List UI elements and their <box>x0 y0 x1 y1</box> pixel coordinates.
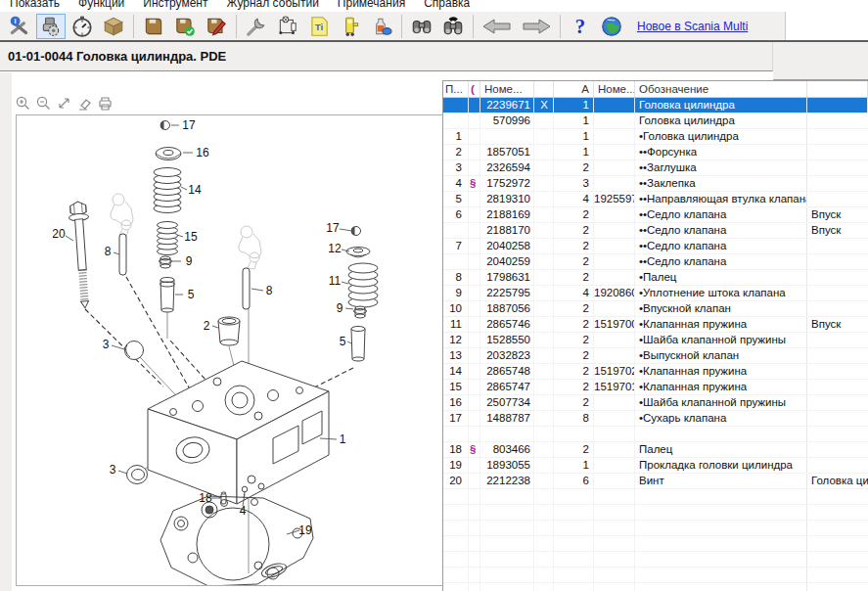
column-header-desig[interactable]: Обозначение <box>635 81 807 97</box>
print-icon[interactable] <box>96 94 114 112</box>
globe-icon[interactable] <box>597 14 626 39</box>
table-empty-row[interactable] <box>443 552 868 568</box>
menu-Журнал событий[interactable]: Журнал событий <box>227 0 319 10</box>
part-callout-9[interactable]: 9 <box>186 255 193 267</box>
part-callout-5[interactable]: 5 <box>340 336 346 347</box>
menu-Инструмент[interactable]: Инструмент <box>143 0 207 10</box>
column-header-pos[interactable]: П... <box>443 81 469 97</box>
whats-new-link[interactable]: Новое в Scania Multi <box>637 20 748 33</box>
part-callout-5[interactable]: 5 <box>188 289 195 300</box>
part-callout-16[interactable]: 16 <box>196 147 208 159</box>
toolbar-empty-area <box>787 12 868 40</box>
table-empty-row[interactable] <box>443 489 868 505</box>
part-callout-3[interactable]: 3 <box>103 339 110 350</box>
table-row[interactable]: 14286574821519702•Клапанная пружина <box>443 364 868 380</box>
column-header-flag[interactable] <box>534 81 554 97</box>
cell-qty <box>554 505 594 520</box>
help-icon[interactable]: ? <box>566 14 595 39</box>
column-header-qty[interactable]: А <box>554 81 594 97</box>
part-callout-9[interactable]: 9 <box>337 302 343 314</box>
table-row[interactable]: 11•Головка цилиндра <box>443 129 868 145</box>
cell-mark <box>469 114 480 128</box>
exploded-view-panel[interactable]: 1716141595208281712119533118419 <box>16 114 444 586</box>
cell-qty: 2 <box>554 442 594 457</box>
table-row[interactable]: 1714887878•Сухарь клапана <box>443 411 868 427</box>
workshop-equipment-icon[interactable] <box>336 14 365 39</box>
column-header-part[interactable]: Номе... <box>480 81 534 97</box>
table-empty-row[interactable] <box>443 505 868 521</box>
table-empty-row[interactable] <box>443 521 868 536</box>
zoom-in-icon[interactable] <box>14 94 31 112</box>
table-row[interactable]: 11286574621519700•Клапанная пружинаВпуск <box>443 317 868 333</box>
parts-info-icon[interactable]: i <box>5 14 34 39</box>
table-row[interactable]: 1018870562•Впускной клапан <box>443 301 868 317</box>
menu-Справка[interactable]: Справка <box>424 0 470 10</box>
search-binoculars-icon[interactable] <box>407 14 436 39</box>
table-row[interactable]: 1320328232•Выпускной клапан <box>443 348 868 364</box>
ti-document-icon[interactable]: Ti <box>304 14 334 39</box>
part-callout-17[interactable]: 17 <box>326 222 339 234</box>
column-header-note[interactable] <box>807 81 868 97</box>
table-row[interactable]: 720402582••Седло клапана <box>443 239 868 254</box>
table-row[interactable]: 1918930551Прокладка головки цилиндра <box>443 458 868 474</box>
catalog-book-edit-icon[interactable] <box>202 14 231 39</box>
part-callout-8[interactable]: 8 <box>105 246 112 257</box>
menu-Показать[interactable]: Показать <box>10 0 60 10</box>
wrench-tools-icon[interactable] <box>242 14 271 39</box>
table-row[interactable]: 2022122386ВинтГоловка цил <box>443 474 868 489</box>
part-callout-19[interactable]: 19 <box>298 524 311 536</box>
cell-mark <box>469 98 480 113</box>
consumables-icon[interactable] <box>367 14 396 39</box>
table-empty-row[interactable] <box>443 568 868 583</box>
column-header-mark[interactable]: ( <box>469 81 480 97</box>
table-row[interactable]: 2239671X1Головка цилиндра <box>443 98 868 114</box>
nav-forward-icon[interactable] <box>518 14 555 39</box>
table-row[interactable]: 15286574721519701•Клапанная пружина <box>443 380 868 395</box>
highlight-eraser-icon[interactable] <box>75 94 93 112</box>
schematic-icon[interactable] <box>273 14 302 39</box>
package-icon[interactable] <box>99 14 128 39</box>
cell-desig: •Впускной клапан <box>635 301 807 316</box>
table-empty-row[interactable] <box>443 583 868 591</box>
table-row[interactable]: 621881692••Седло клапанаВпуск <box>443 207 868 223</box>
table-row[interactable]: 218570511••Форсунка <box>443 145 868 160</box>
fit-view-icon[interactable] <box>55 94 72 112</box>
table-row[interactable]: 817986312•Палец <box>443 270 868 286</box>
part-callout-3[interactable]: 3 <box>110 464 116 476</box>
table-row[interactable]: 323265942••Заглушка <box>443 160 868 176</box>
table-row[interactable]: 4§17529723••Заклепка <box>443 176 868 192</box>
column-header-ref[interactable]: Номе... <box>594 81 635 97</box>
table-row[interactable]: 5281931041925597••Направляющая втулка кл… <box>443 192 868 207</box>
part-callout-17[interactable]: 17 <box>182 119 195 131</box>
part-callout-12[interactable]: 12 <box>328 243 341 254</box>
part-callout-18[interactable]: 18 <box>199 492 211 504</box>
table-row[interactable]: 21881702••Седло клапанаВпуск <box>443 223 868 239</box>
standard-times-icon[interactable] <box>68 14 97 39</box>
catalog-book-checked-icon[interactable] <box>170 14 200 39</box>
catalog-book-icon[interactable] <box>139 14 168 39</box>
cell-note: Впуск <box>807 207 868 222</box>
part-callout-1[interactable]: 1 <box>340 433 346 445</box>
table-row[interactable]: 18§8034662Палец <box>443 442 868 458</box>
part-callout-2[interactable]: 2 <box>204 320 210 332</box>
part-callout-8[interactable]: 8 <box>266 285 273 296</box>
unit-components-icon[interactable] <box>36 14 66 39</box>
menu-Функции[interactable]: Функции <box>78 0 124 10</box>
part-callout-15[interactable]: 15 <box>184 231 197 243</box>
menu-Примечания[interactable]: Примечания <box>338 0 405 10</box>
cell-ref <box>594 411 635 426</box>
table-row[interactable]: 5709961Головка цилиндра <box>443 114 868 129</box>
table-row[interactable]: 20402592••Седло клапана <box>443 254 868 270</box>
table-row[interactable]: 1625077342•Шайба клапанной пружины <box>443 395 868 411</box>
table-row[interactable]: 1215285502•Шайба клапанной пружины <box>443 333 868 348</box>
search-binoculars-find-icon[interactable] <box>438 14 468 39</box>
part-callout-4[interactable]: 4 <box>240 505 247 517</box>
table-empty-row[interactable] <box>443 536 868 552</box>
table-row[interactable] <box>443 427 868 442</box>
table-row[interactable]: 9222579541920860•Уплотнение штока клапан… <box>443 286 868 301</box>
zoom-out-icon[interactable] <box>34 94 52 112</box>
part-callout-11[interactable]: 11 <box>329 275 341 287</box>
part-callout-14[interactable]: 14 <box>188 184 201 196</box>
part-callout-20[interactable]: 20 <box>52 228 65 240</box>
nav-back-icon[interactable] <box>479 14 516 39</box>
